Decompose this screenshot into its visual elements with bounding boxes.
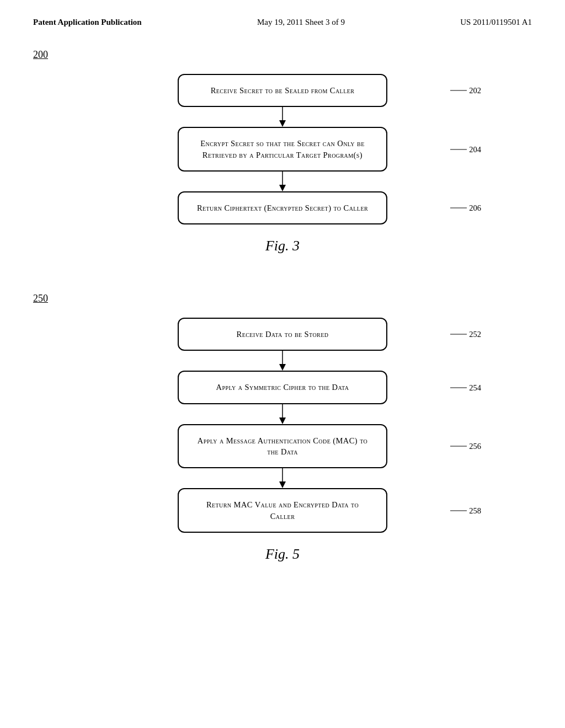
svg-marker-7 [279, 417, 286, 424]
fig5-arrow-3 [33, 468, 532, 488]
fig5-step-254-ref-line [450, 387, 467, 388]
fig5-flowchart: Receive Data to be Stored 252 Apply a Sy… [33, 318, 532, 533]
fig5-diagram-label: 250 [33, 293, 48, 304]
fig5-step-252-ref-line [450, 334, 467, 335]
fig5-step-254-text: Apply a Symmetric Cipher to the Data [216, 383, 349, 392]
svg-marker-5 [279, 364, 286, 371]
fig3-arrow-1-svg [277, 107, 288, 127]
fig3-caption: Fig. 3 [33, 238, 532, 254]
fig5-step-252-text: Receive Data to be Stored [237, 330, 329, 339]
fig3-arrow-1 [33, 107, 532, 127]
fig5-arrow-1 [33, 351, 532, 371]
fig3-step-202-ref: 202 [450, 86, 481, 95]
fig5-step-258-text: Return MAC Value and Encrypted Data to C… [206, 500, 359, 520]
fig5-step-254-box: Apply a Symmetric Cipher to the Data [178, 371, 387, 404]
publication-label: Patent Application Publication [33, 18, 142, 27]
fig3-diagram-label: 200 [33, 49, 48, 61]
fig5-step-258-ref-line [450, 510, 467, 511]
fig3-step-202-ref-line [450, 90, 467, 91]
fig3-step-204-ref-num: 204 [469, 144, 481, 154]
fig5-caption-text: Fig. 5 [265, 546, 300, 562]
fig5-step-254-ref: 254 [450, 383, 481, 392]
fig3-step-202-box: Receive Secret to be Sealed from Caller [178, 74, 387, 107]
fig5-step-254-ref-num: 254 [469, 383, 481, 392]
fig5-step-252-ref: 252 [450, 330, 481, 339]
fig5-caption: Fig. 5 [33, 546, 532, 563]
fig3-step-204-ref-line [450, 149, 467, 149]
fig5-diagram: 250 Receive Data to be Stored 252 [33, 293, 532, 590]
fig5-step-256-ref-num: 256 [469, 442, 481, 451]
fig3-flowchart: Receive Secret to be Sealed from Caller … [33, 74, 532, 224]
fig5-arrow-2-svg [277, 404, 288, 424]
date-sheet-label: May 19, 2011 Sheet 3 of 9 [257, 18, 345, 27]
svg-marker-1 [279, 120, 286, 127]
fig3-step-206-ref-num: 206 [469, 204, 481, 213]
fig5-step-258-wrapper: Return MAC Value and Encrypted Data to C… [117, 488, 448, 533]
fig3-step-204-wrapper: Encrypt Secret so that the Secret can On… [117, 127, 448, 172]
fig5-step-252-ref-num: 252 [469, 330, 481, 339]
fig3-step-204-box: Encrypt Secret so that the Secret can On… [178, 127, 387, 172]
fig3-step-206-ref: 206 [450, 204, 481, 213]
fig3-arrow-2 [33, 172, 532, 191]
fig5-step-258-ref-num: 258 [469, 506, 481, 515]
fig3-caption-text: Fig. 3 [265, 238, 300, 254]
patent-number-label: US 2011/0119501 A1 [460, 18, 532, 27]
fig3-step-204-text: Encrypt Secret so that the Secret can On… [200, 139, 364, 159]
fig5-step-254-wrapper: Apply a Symmetric Cipher to the Data 254 [117, 371, 448, 404]
fig3-step-206-text: Return Ciphertext (Encrypted Secret) to … [197, 204, 368, 212]
svg-marker-9 [279, 481, 286, 488]
fig5-step-252-wrapper: Receive Data to be Stored 252 [117, 318, 448, 351]
fig3-diagram: 200 Receive Secret to be Sealed from Cal… [33, 49, 532, 282]
fig5-step-252-box: Receive Data to be Stored [178, 318, 387, 351]
page-header: Patent Application Publication May 19, 2… [0, 0, 565, 27]
fig5-step-256-text: Apply a Message Authentication Code (MAC… [198, 436, 367, 456]
fig3-step-202-ref-num: 202 [469, 86, 481, 95]
fig3-arrow-2-svg [277, 172, 288, 191]
fig5-step-256-ref-line [450, 446, 467, 447]
fig5-arrow-1-svg [277, 351, 288, 371]
fig5-arrow-3-svg [277, 468, 288, 488]
fig5-step-258-box: Return MAC Value and Encrypted Data to C… [178, 488, 387, 533]
fig5-step-256-box: Apply a Message Authentication Code (MAC… [178, 424, 387, 469]
fig3-step-202-wrapper: Receive Secret to be Sealed from Caller … [117, 74, 448, 107]
fig3-step-206-box: Return Ciphertext (Encrypted Secret) to … [178, 191, 387, 224]
fig5-step-258-ref: 258 [450, 506, 481, 515]
fig3-step-206-wrapper: Return Ciphertext (Encrypted Secret) to … [117, 191, 448, 224]
page-content: 200 Receive Secret to be Sealed from Cal… [0, 27, 565, 623]
svg-marker-3 [279, 185, 286, 191]
fig5-step-256-wrapper: Apply a Message Authentication Code (MAC… [117, 424, 448, 469]
fig5-step-256-ref: 256 [450, 442, 481, 451]
fig3-step-202-text: Receive Secret to be Sealed from Caller [211, 86, 355, 95]
fig5-arrow-2 [33, 404, 532, 424]
fig3-step-204-ref: 204 [450, 144, 481, 154]
fig3-step-206-ref-line [450, 208, 467, 208]
